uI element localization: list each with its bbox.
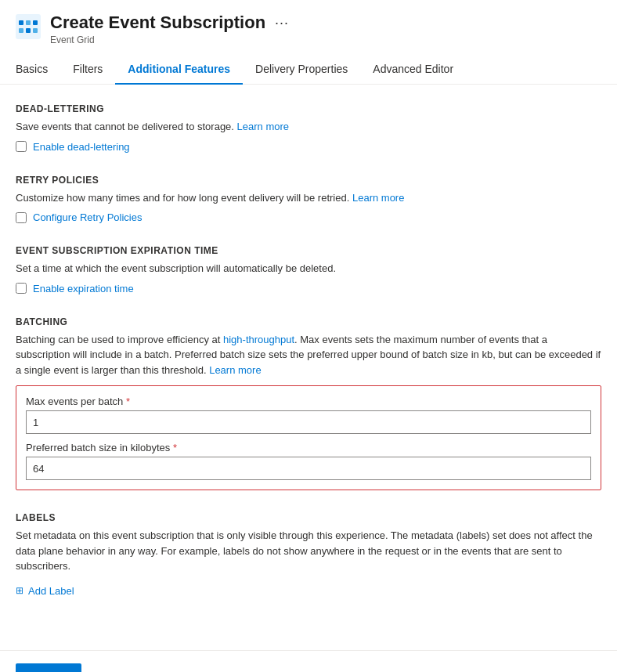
svg-rect-6 bbox=[33, 28, 38, 33]
preferred-batch-label: Preferred batch size in kilobytes * bbox=[26, 442, 591, 453]
dead-lettering-section: DEAD-LETTERING Save events that cannot b… bbox=[16, 103, 601, 153]
labels-desc: Set metadata on this event subscription … bbox=[16, 528, 601, 574]
retry-policies-checkbox-label[interactable]: Configure Retry Policies bbox=[33, 211, 142, 223]
title-text: Create Event Subscription bbox=[50, 13, 265, 33]
batching-title: BATCHING bbox=[16, 316, 601, 327]
page-title: Create Event Subscription ··· bbox=[50, 13, 601, 33]
retry-policies-section: RETRY POLICIES Customize how many times … bbox=[16, 175, 601, 224]
preferred-batch-input[interactable] bbox=[26, 457, 591, 480]
tab-basics[interactable]: Basics bbox=[16, 55, 60, 85]
preferred-batch-field-group: Preferred batch size in kilobytes * bbox=[26, 442, 591, 480]
max-events-field-group: Max events per batch * bbox=[26, 396, 591, 434]
retry-policies-checkbox-row: Configure Retry Policies bbox=[16, 211, 601, 223]
svg-rect-4 bbox=[19, 28, 23, 33]
add-label-icon: ⊞ bbox=[16, 585, 23, 596]
expiration-checkbox[interactable] bbox=[16, 283, 27, 294]
svg-rect-0 bbox=[16, 14, 41, 39]
tab-filters[interactable]: Filters bbox=[60, 55, 115, 85]
expiration-desc: Set a time at which the event subscripti… bbox=[16, 261, 601, 276]
max-events-required: * bbox=[126, 396, 130, 407]
batching-fields-container: Max events per batch * Preferred batch s… bbox=[16, 385, 601, 490]
retry-policies-desc-text: Customize how many times and for how lon… bbox=[16, 192, 349, 204]
retry-policies-desc: Customize how many times and for how lon… bbox=[16, 190, 601, 206]
svg-rect-2 bbox=[26, 20, 31, 25]
dead-lettering-checkbox-label[interactable]: Enable dead-lettering bbox=[33, 141, 130, 153]
dead-lettering-checkbox[interactable] bbox=[16, 141, 27, 152]
svg-rect-3 bbox=[33, 20, 38, 25]
add-label-text: Add Label bbox=[28, 585, 74, 597]
expiration-checkbox-label[interactable]: Enable expiration time bbox=[33, 283, 134, 294]
page-footer: Create bbox=[0, 651, 617, 673]
tab-navigation: Basics Filters Additional Features Deliv… bbox=[0, 55, 617, 85]
dead-lettering-checkbox-row: Enable dead-lettering bbox=[16, 141, 601, 153]
header-text-block: Create Event Subscription ··· Event Grid bbox=[50, 13, 601, 45]
dead-lettering-learn-more[interactable]: Learn more bbox=[237, 121, 289, 132]
batching-desc-text: Batching can be used to improve efficien… bbox=[16, 334, 601, 376]
batching-section: BATCHING Batching can be used to improve… bbox=[16, 316, 601, 491]
tab-advanced-editor[interactable]: Advanced Editor bbox=[360, 55, 466, 85]
page-header: Create Event Subscription ··· Event Grid bbox=[0, 0, 617, 45]
dead-lettering-desc-text: Save events that cannot be delivered to … bbox=[16, 121, 234, 132]
dead-lettering-desc: Save events that cannot be delivered to … bbox=[16, 119, 601, 135]
svg-rect-1 bbox=[19, 20, 23, 25]
event-grid-icon bbox=[16, 14, 41, 39]
expiration-checkbox-row: Enable expiration time bbox=[16, 283, 601, 294]
batching-learn-more[interactable]: Learn more bbox=[209, 364, 261, 376]
retry-policies-title: RETRY POLICIES bbox=[16, 175, 601, 186]
dead-lettering-title: DEAD-LETTERING bbox=[16, 103, 601, 114]
create-button[interactable]: Create bbox=[16, 663, 81, 673]
labels-title: LABELS bbox=[16, 512, 601, 523]
expiration-title: EVENT SUBSCRIPTION EXPIRATION TIME bbox=[16, 245, 601, 256]
page-subtitle: Event Grid bbox=[50, 34, 601, 45]
retry-policies-learn-more[interactable]: Learn more bbox=[352, 192, 404, 204]
preferred-batch-required: * bbox=[173, 442, 177, 453]
ellipsis-button[interactable]: ··· bbox=[272, 15, 292, 31]
max-events-label: Max events per batch * bbox=[26, 396, 591, 407]
add-label-button[interactable]: ⊞ Add Label bbox=[16, 582, 74, 600]
max-events-input[interactable] bbox=[26, 410, 591, 434]
batching-highlight: high-throughput bbox=[223, 334, 294, 345]
retry-policies-checkbox[interactable] bbox=[16, 212, 27, 223]
svg-rect-5 bbox=[26, 28, 31, 33]
labels-section: LABELS Set metadata on this event subscr… bbox=[16, 512, 601, 600]
tab-delivery-properties[interactable]: Delivery Properties bbox=[243, 55, 360, 85]
tab-additional-features[interactable]: Additional Features bbox=[115, 55, 243, 85]
batching-desc: Batching can be used to improve efficien… bbox=[16, 332, 601, 378]
expiration-section: EVENT SUBSCRIPTION EXPIRATION TIME Set a… bbox=[16, 245, 601, 294]
main-content: DEAD-LETTERING Save events that cannot b… bbox=[0, 85, 617, 638]
